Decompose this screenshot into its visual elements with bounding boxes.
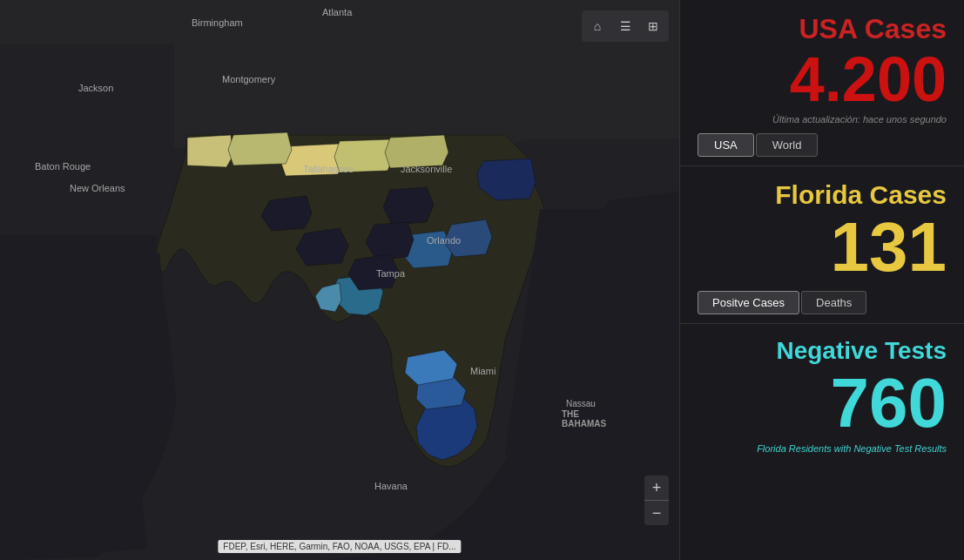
negative-tests-panel: Negative Tests 760 Florida Residents wit… bbox=[680, 324, 964, 560]
tab-positive-cases[interactable]: Positve Cases bbox=[698, 291, 799, 314]
sidebar: USA Cases 4.200 Última actualización: ha… bbox=[679, 0, 964, 560]
usa-cases-title: USA Cases bbox=[698, 14, 947, 44]
sub-tab-row: Positve Cases Deaths bbox=[698, 291, 947, 314]
florida-cases-panel: Florida Cases 131 Positve Cases Deaths bbox=[680, 166, 964, 324]
negative-tests-subtitle: Florida Residents with Negative Test Res… bbox=[698, 443, 947, 454]
list-button[interactable]: ☰ bbox=[613, 14, 637, 38]
map-section: Atlanta Birmingham Jackson Montgomery Ba… bbox=[0, 0, 679, 560]
zoom-out-button[interactable]: − bbox=[644, 501, 669, 525]
last-update-text: Última actualización: hace unos segundo bbox=[698, 114, 947, 125]
tab-deaths[interactable]: Deaths bbox=[801, 291, 866, 314]
tab-world[interactable]: World bbox=[756, 133, 819, 157]
usa-cases-panel: USA Cases 4.200 Última actualización: ha… bbox=[680, 0, 964, 166]
tab-usa[interactable]: USA bbox=[698, 133, 754, 157]
florida-cases-number: 131 bbox=[698, 213, 947, 282]
map-svg bbox=[0, 0, 679, 560]
florida-cases-title: Florida Cases bbox=[698, 180, 947, 209]
map-attribution: FDEP, Esri, HERE, Garmin, FAO, NOAA, USG… bbox=[218, 540, 461, 553]
zoom-controls: + − bbox=[644, 476, 669, 525]
map-canvas[interactable]: Atlanta Birmingham Jackson Montgomery Ba… bbox=[0, 0, 679, 560]
map-toolbar: ⌂ ☰ ⊞ bbox=[582, 10, 669, 42]
negative-tests-number: 760 bbox=[698, 368, 947, 438]
zoom-in-button[interactable]: + bbox=[644, 476, 669, 500]
main-tab-row: USA World bbox=[698, 133, 947, 157]
grid-button[interactable]: ⊞ bbox=[641, 14, 665, 38]
usa-cases-number: 4.200 bbox=[698, 48, 947, 111]
negative-tests-title: Negative Tests bbox=[698, 338, 947, 365]
home-button[interactable]: ⌂ bbox=[585, 14, 610, 38]
